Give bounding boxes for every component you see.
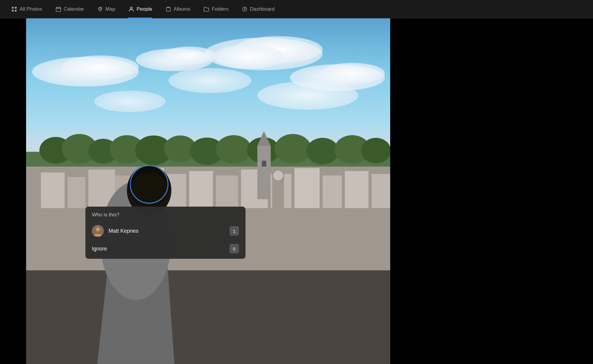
svg-point-40 xyxy=(306,138,339,165)
svg-point-33 xyxy=(110,135,144,164)
svg-rect-50 xyxy=(189,171,213,208)
svg-point-38 xyxy=(247,137,280,163)
dashboard-icon xyxy=(242,6,248,12)
svg-rect-60 xyxy=(262,161,266,167)
svg-point-36 xyxy=(190,138,224,165)
svg-point-28 xyxy=(94,91,165,112)
svg-point-34 xyxy=(135,135,172,165)
svg-rect-49 xyxy=(167,174,186,208)
svg-point-21 xyxy=(62,55,139,79)
svg-point-27 xyxy=(257,81,358,110)
album-icon xyxy=(165,6,171,12)
svg-rect-57 xyxy=(372,174,390,208)
svg-rect-56 xyxy=(345,171,369,208)
svg-rect-55 xyxy=(323,175,342,208)
nav-item-people[interactable]: People xyxy=(123,4,158,15)
svg-point-9 xyxy=(130,7,132,9)
nav-label-dashboard: Dashboard xyxy=(250,6,275,12)
svg-point-24 xyxy=(136,49,213,71)
svg-point-22 xyxy=(290,64,385,91)
svg-point-23 xyxy=(320,63,385,84)
calendar-icon xyxy=(55,6,61,12)
svg-point-8 xyxy=(99,8,101,9)
folder-icon xyxy=(203,6,209,12)
svg-point-41 xyxy=(334,135,370,164)
svg-point-42 xyxy=(361,138,390,163)
nav-item-dashboard[interactable]: Dashboard xyxy=(236,4,280,15)
nav-item-all-photos[interactable]: All Photos xyxy=(6,4,48,15)
svg-point-25 xyxy=(162,47,216,64)
nav-label-calendar: Calendar xyxy=(64,6,84,12)
nav-label-all-photos: All Photos xyxy=(20,6,42,12)
ignore-option[interactable]: Ignore 0 xyxy=(85,240,246,259)
svg-point-39 xyxy=(275,134,311,164)
svg-point-26 xyxy=(168,68,251,93)
person-count-badge: 1 xyxy=(229,226,239,236)
grid-icon xyxy=(11,6,17,12)
svg-point-69 xyxy=(96,227,100,232)
nav-item-albums[interactable]: Albums xyxy=(160,4,196,15)
svg-rect-4 xyxy=(56,7,61,12)
svg-point-31 xyxy=(62,134,97,164)
svg-marker-59 xyxy=(257,131,271,146)
nav-label-albums: Albums xyxy=(174,6,191,12)
svg-rect-44 xyxy=(41,173,65,208)
svg-point-32 xyxy=(88,139,118,164)
photo-background: Who is this? Matt Kepnes 1 Ignore 0 xyxy=(26,18,390,364)
ignore-label: Ignore xyxy=(92,246,229,252)
svg-point-35 xyxy=(164,135,197,162)
svg-rect-45 xyxy=(68,177,85,208)
face-detection-circle xyxy=(130,165,168,204)
ignore-count-badge: 0 xyxy=(229,244,239,253)
nav-item-folders[interactable]: Folders xyxy=(198,4,234,15)
svg-rect-61 xyxy=(272,167,284,211)
nav-label-people: People xyxy=(137,6,152,12)
navigation-bar: All Photos Calendar Map xyxy=(0,0,593,18)
nav-label-folders: Folders xyxy=(212,6,229,12)
person-icon xyxy=(128,6,134,12)
popup-title: Who is this? xyxy=(85,207,246,221)
svg-point-37 xyxy=(216,135,251,164)
avatar xyxy=(92,225,104,237)
svg-rect-58 xyxy=(257,146,271,199)
svg-point-62 xyxy=(273,170,283,181)
svg-rect-10 xyxy=(166,8,170,11)
svg-rect-46 xyxy=(88,170,115,208)
person-suggestion-item[interactable]: Matt Kepnes 1 xyxy=(85,221,246,240)
face-identification-popup: Who is this? Matt Kepnes 1 Ignore 0 xyxy=(85,207,246,259)
svg-rect-3 xyxy=(15,10,17,12)
map-pin-icon xyxy=(97,6,103,12)
nav-item-map[interactable]: Map xyxy=(92,4,121,15)
svg-rect-29 xyxy=(26,152,390,175)
person-name: Matt Kepnes xyxy=(109,228,229,234)
svg-rect-52 xyxy=(241,170,268,208)
nav-label-map: Map xyxy=(106,6,115,12)
svg-line-15 xyxy=(245,8,246,9)
svg-point-13 xyxy=(244,9,245,10)
photo-view: Who is this? Matt Kepnes 1 Ignore 0 xyxy=(26,18,390,364)
svg-rect-2 xyxy=(12,10,14,12)
svg-point-20 xyxy=(32,57,139,87)
svg-rect-54 xyxy=(294,168,320,208)
svg-point-30 xyxy=(39,137,72,164)
nav-item-calendar[interactable]: Calendar xyxy=(50,4,90,15)
svg-point-18 xyxy=(234,36,323,63)
svg-rect-51 xyxy=(216,175,238,208)
svg-point-19 xyxy=(213,45,284,69)
svg-rect-63 xyxy=(26,270,390,364)
svg-rect-1 xyxy=(15,7,17,9)
svg-rect-53 xyxy=(271,174,291,208)
svg-point-17 xyxy=(204,38,323,70)
svg-rect-16 xyxy=(26,18,390,211)
svg-rect-0 xyxy=(12,7,14,9)
